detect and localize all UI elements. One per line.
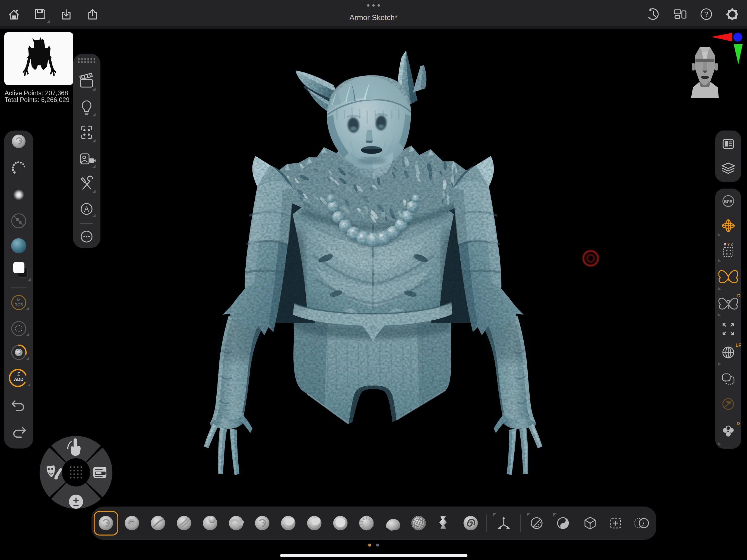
svg-text:D: D [737,293,741,298]
svg-text:A: A [84,205,89,213]
svg-text:Active Points: 207,368: Active Points: 207,368 [5,89,68,97]
svg-text:X: X [724,242,726,246]
svg-text:Y: Y [727,242,730,246]
svg-text:M: M [17,298,20,302]
svg-text:?: ? [704,10,708,19]
svg-text:LF: LF [736,343,741,348]
svg-text:D: D [737,421,740,426]
svg-text:Armor Sketch*: Armor Sketch* [349,13,398,22]
svg-text:BPR: BPR [724,199,732,204]
svg-text:Z: Z [17,372,20,376]
svg-text:RGB: RGB [15,302,23,307]
svg-text:ADD: ADD [14,377,24,382]
svg-text:Z: Z [731,242,733,246]
svg-text:Total Points: 6,266,029: Total Points: 6,266,029 [5,96,70,103]
